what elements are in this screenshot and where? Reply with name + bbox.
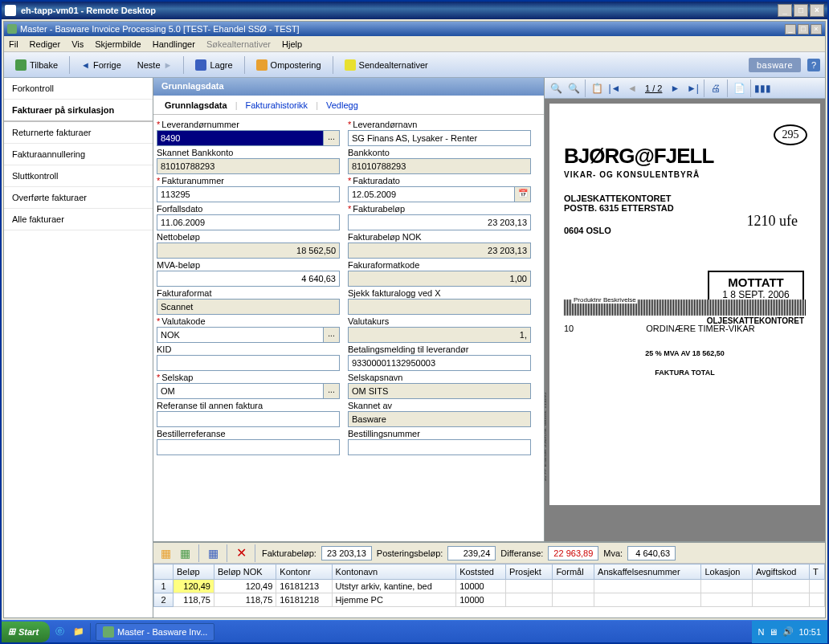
menu-vis[interactable]: Vis xyxy=(71,39,84,49)
selskap-lookup-button[interactable]: ... xyxy=(324,383,340,399)
outer-maximize-button[interactable]: □ xyxy=(794,4,808,17)
tab-grunnlagsdata[interactable]: Grunnlagsdata xyxy=(160,97,232,113)
grid-col-header[interactable]: Kontonr xyxy=(276,565,332,580)
tab-vedlegg[interactable]: Vedlegg xyxy=(321,97,363,113)
table-row[interactable]: 2118,75118,7516181218Hjemme PC10000 xyxy=(154,593,825,607)
grid-col-header[interactable]: Kontonavn xyxy=(332,565,456,580)
delete-row-icon[interactable]: ✕ xyxy=(234,546,248,560)
doc-faktura-total: FAKTURA TOTAL xyxy=(564,369,806,377)
menu-rediger[interactable]: Rediger xyxy=(30,39,61,49)
outer-title-text: eh-tapp-vm01 - Remote Desktop xyxy=(21,6,156,15)
betalingsmelding-input[interactable] xyxy=(348,355,531,371)
grid-col-header[interactable]: Beløp NOK xyxy=(214,565,276,580)
toolbar-tilbake-button[interactable]: Tilbake xyxy=(9,56,64,74)
forfallsdato-input[interactable] xyxy=(157,214,340,230)
menu-hjelp[interactable]: Hjelp xyxy=(282,39,302,49)
grid-col-header[interactable]: Avgiftskod xyxy=(752,565,809,580)
ie-icon[interactable]: ⓔ xyxy=(51,624,67,640)
zoom-in-button[interactable]: 🔍 xyxy=(566,80,582,96)
tray-icon-3[interactable]: 🔊 xyxy=(782,626,794,637)
valutakode-input[interactable] xyxy=(157,327,324,343)
fakturabelop_nok-input xyxy=(348,243,531,259)
explorer-icon[interactable]: 📁 xyxy=(71,624,87,640)
fakturabelop-input[interactable] xyxy=(348,214,531,230)
tab-fakturahistorikk[interactable]: Fakturahistorikk xyxy=(240,97,312,113)
inner-minimize-button[interactable]: _ xyxy=(785,24,796,35)
menu-fil[interactable]: Fil xyxy=(9,39,18,49)
bestillingsnummer-input[interactable] xyxy=(348,439,531,455)
grid-col-header[interactable]: Formål xyxy=(553,565,594,580)
skannet_bankkonto-input xyxy=(157,158,340,174)
grid-col-header[interactable]: Koststed xyxy=(456,565,506,580)
valutakode-lookup-button[interactable]: ... xyxy=(324,327,340,343)
sidebar-item-sluttkontroll[interactable]: Sluttkontroll xyxy=(4,165,153,187)
valutakurs-label: Valutakurs xyxy=(348,316,531,326)
inner-maximize-button[interactable]: □ xyxy=(798,24,809,35)
menu-skjermbilde[interactable]: Skjermbilde xyxy=(95,39,141,49)
skannet_av-label: Skannet av xyxy=(348,401,531,410)
mva_belop-input[interactable] xyxy=(157,271,340,287)
toolbar-sendealternativer-button[interactable]: Sendealternativer xyxy=(338,56,435,74)
last-page-button[interactable]: ►| xyxy=(684,80,700,96)
grid-col-header[interactable]: Beløp xyxy=(174,565,214,580)
document-preview[interactable]: 295 BJØRG@FJELL VIKAR- OG KONSULENTBYRÅ … xyxy=(549,104,820,505)
fakturadato-input[interactable] xyxy=(348,186,515,202)
table-row[interactable]: 1120,49120,4916181213Utstyr arkiv, kanti… xyxy=(154,580,825,593)
calc-icon[interactable]: ▦ xyxy=(206,546,220,560)
rdp-icon xyxy=(5,5,16,16)
copy-row-icon[interactable]: ▦ xyxy=(178,546,192,560)
grid-col-header[interactable]: Lokasjon xyxy=(701,565,752,580)
separator xyxy=(333,56,333,74)
prev-page-button[interactable]: ◄ xyxy=(624,80,640,96)
fakturanummer-input[interactable] xyxy=(157,186,340,202)
fakturadato-date-button[interactable]: 📅 xyxy=(515,186,531,202)
tray-icon-1[interactable]: N xyxy=(758,627,765,637)
zoom-out-button[interactable]: 🔍 xyxy=(548,80,564,96)
nettobelop-label: Nettobeløp xyxy=(157,232,340,242)
taskbar-app-button[interactable]: Master - Basware Inv... xyxy=(96,623,214,641)
toolbar-forrige-button[interactable]: ◄Forrige xyxy=(75,57,128,73)
grid-col-header[interactable]: T xyxy=(810,565,825,580)
toolbar-neste-button[interactable]: Neste► xyxy=(131,57,179,73)
grid-col-header[interactable]: Anskaffelsesnummer xyxy=(594,565,701,580)
sjekk-label: Sjekk fakturalogg ved X xyxy=(348,288,531,298)
sidebar-item-forkontroll[interactable]: Forkontroll xyxy=(4,78,153,100)
fakturabelop-label: *Fakturabeløp xyxy=(348,204,531,214)
selskap-input[interactable] xyxy=(157,383,324,399)
next-page-button[interactable]: ► xyxy=(667,80,683,96)
sidebar-item-fakturaer-sirkulasjon[interactable]: Fakturaer på sirkulasjon xyxy=(4,100,153,122)
outer-close-button[interactable]: × xyxy=(810,4,824,17)
copy-button[interactable]: 📋 xyxy=(589,80,605,96)
selskapsnavn-input xyxy=(348,383,531,399)
inner-close-button[interactable]: × xyxy=(811,24,822,35)
menu-handlinger[interactable]: Handlinger xyxy=(153,39,195,49)
skannet_bankkonto-label: Skannet Bankkonto xyxy=(157,148,340,157)
open-button[interactable]: 📄 xyxy=(731,80,747,96)
sidebar-item-returnerte[interactable]: Returnerte fakturaer xyxy=(4,122,153,144)
sidebar-item-alle[interactable]: Alle fakturaer xyxy=(4,209,153,230)
first-page-button[interactable]: |◄ xyxy=(606,80,623,96)
inner-title-text: Master - Basware Invoice Processing 5.0 … xyxy=(20,24,300,34)
tray-icon-2[interactable]: 🖥 xyxy=(769,627,778,637)
start-button[interactable]: ⊞Start xyxy=(2,622,50,642)
leverandornavn-input[interactable] xyxy=(348,130,531,146)
toolbar-ompostering-button[interactable]: Ompostering xyxy=(250,56,328,74)
referanse-input[interactable] xyxy=(157,411,340,427)
posting-grid[interactable]: BeløpBeløp NOKKontonrKontonavnKoststedPr… xyxy=(153,564,825,618)
bestillerreferanse-input[interactable] xyxy=(157,439,340,455)
kid-input[interactable] xyxy=(157,355,340,371)
grid-col-header[interactable]: Prosjekt xyxy=(506,565,553,580)
help-button[interactable]: ? xyxy=(807,59,820,71)
barcode-button[interactable]: ▮▮▮ xyxy=(754,80,770,96)
sidebar-item-annullering[interactable]: Fakturaannullering xyxy=(4,144,153,165)
menu-sokealternativer[interactable]: Søkealternativer xyxy=(206,39,271,49)
new-row-icon[interactable]: ▦ xyxy=(158,546,173,560)
leverandornummer-input[interactable] xyxy=(157,130,324,146)
toolbar-lagre-button[interactable]: Lagre xyxy=(189,56,239,74)
send-icon xyxy=(345,59,356,71)
leverandornummer-lookup-button[interactable]: ... xyxy=(324,130,340,146)
doc-logo-sub: VIKAR- OG KONSULENTBYRÅ xyxy=(564,170,806,179)
outer-minimize-button[interactable]: _ xyxy=(778,4,792,17)
print-button[interactable]: 🖨 xyxy=(708,80,724,96)
sidebar-item-overforte[interactable]: Overførte fakturaer xyxy=(4,187,153,209)
